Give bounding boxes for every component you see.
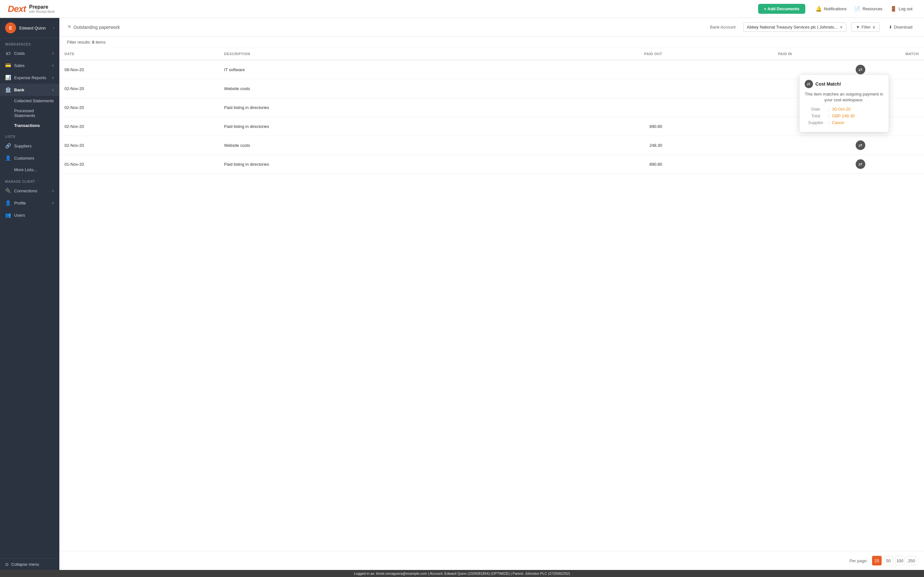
sidebar-item-label-costs: Costs (14, 51, 48, 56)
row-description: Paid listing in directories (219, 155, 515, 174)
row-paid-in (667, 136, 797, 155)
match-icon-button[interactable]: ⇄ (856, 140, 865, 150)
transactions-table-container: DATE DESCRIPTION PAID OUT PAID IN MATCH … (59, 48, 924, 551)
per-page-100[interactable]: 100 (895, 556, 905, 566)
col-paid-in: PAID IN (667, 48, 797, 60)
per-page-50[interactable]: 50 (884, 556, 893, 566)
row-description: Website costs (219, 79, 515, 98)
col-description: DESCRIPTION (219, 48, 515, 60)
table-row: 02-Nov-20 Website costs 248.30 ⇄ (59, 136, 924, 155)
row-description: IT software (219, 60, 515, 79)
sidebar-item-collected-statements[interactable]: Collected Statements (0, 96, 59, 106)
app-name-area: Prepare with Receipt Bank (29, 4, 55, 13)
logo-area: Dext Prepare with Receipt Bank (8, 4, 55, 14)
document-icon: 📄 (854, 6, 861, 12)
filter-results-suffix: items (95, 40, 105, 45)
status-bar: Logged in as: linnie.romaguera@example.c… (0, 570, 924, 577)
avatar: E (5, 23, 16, 33)
table-row: 02-Nov-20 Paid listing in directories 89… (59, 117, 924, 136)
table-row: 02-Nov-20 Website costs ⇄ (59, 79, 924, 98)
filter-label: Filter (861, 25, 871, 29)
chevron-down-icon-profile: ∨ (52, 201, 54, 205)
col-paid-out: PAID OUT (515, 48, 667, 60)
popup-row-supplier: Supplier : Canon (804, 120, 884, 125)
resources-link[interactable]: 📄 Resources (850, 4, 886, 14)
notifications-link[interactable]: 🔔 Notifications (812, 4, 851, 14)
filter-button[interactable]: ▼ Filter ∨ (851, 23, 880, 32)
popup-match-icon: ⇄ (804, 80, 813, 88)
outstanding-text: Outstanding paperwork (73, 25, 120, 30)
app-body: E Edward Quinn › WORKSPACES 🏷 Costs ∨ 💳 … (0, 18, 924, 570)
row-paid-out: 248.30 (515, 136, 667, 155)
add-documents-button[interactable]: + Add Documents (758, 4, 805, 14)
popup-header: ⇄ Cost Match! (804, 80, 884, 88)
col-date: DATE (59, 48, 219, 60)
logout-link[interactable]: 🚪 Log out (887, 4, 916, 14)
table-row: 08-Nov-20 IT software ⇄ ⇄ (59, 60, 924, 79)
match-icon-button[interactable]: ⇄ (856, 159, 865, 169)
sidebar-item-sales[interactable]: 💳 Sales ∨ (0, 59, 59, 71)
collected-statements-label: Collected Statements (14, 98, 54, 103)
sidebar-user[interactable]: E Edward Quinn › (0, 18, 59, 38)
customers-icon: 👤 (5, 155, 11, 161)
match-icon-button[interactable]: ⇄ (856, 65, 865, 74)
processed-statements-label: Processed Statements (14, 108, 54, 118)
per-page-250[interactable]: 250 (907, 556, 916, 566)
row-match: ⇄ (797, 136, 924, 155)
workspaces-section-label: WORKSPACES (0, 38, 59, 47)
popup-total-value: GBP 248.30 (832, 113, 855, 118)
chevron-down-icon-sales: ∨ (52, 63, 54, 68)
sidebar-item-connections[interactable]: 🔌 Connections ∨ (0, 185, 59, 197)
popup-date-value: 30-Oct-20 (832, 107, 851, 111)
row-paid-out (515, 60, 667, 79)
collapse-menu-button[interactable]: ⊙ Collapse menu (0, 558, 59, 570)
chevron-up-icon-bank: ∧ (52, 88, 54, 92)
logout-icon: 🚪 (890, 6, 897, 12)
sidebar-item-users[interactable]: 👥 Users (0, 209, 59, 221)
sidebar: E Edward Quinn › WORKSPACES 🏷 Costs ∨ 💳 … (0, 18, 59, 570)
cost-match-popup: ⇄ Cost Match! This item matches an outgo… (799, 74, 889, 132)
lists-section-label: LISTS (0, 131, 59, 140)
flag-icon: ⚑ (67, 24, 71, 30)
filter-chevron-icon: ∨ (872, 25, 876, 29)
sidebar-item-suppliers[interactable]: 🔗 Suppliers (0, 140, 59, 152)
sidebar-item-costs[interactable]: 🏷 Costs ∨ (0, 47, 59, 59)
filter-results-bar: Filter results: 6 items (59, 37, 924, 48)
chevron-down-icon: ∨ (52, 51, 54, 55)
sidebar-item-expense-reports[interactable]: 📊 Expense Reports ∨ (0, 71, 59, 84)
chevron-right-icon: › (53, 26, 54, 30)
more-lists-label: More Lists... (5, 167, 54, 172)
sidebar-item-label-profile: Profile (14, 201, 48, 205)
sidebar-item-transactions[interactable]: Transactions (0, 121, 59, 131)
bank-account-select[interactable]: Abbey National Treasury Services plc | J… (743, 23, 846, 32)
sidebar-item-label-bank: Bank (14, 87, 48, 92)
sidebar-item-label-connections: Connections (14, 189, 48, 193)
sidebar-item-profile[interactable]: 👤 Profile ∨ (0, 197, 59, 209)
filter-results-prefix: Filter results: (67, 40, 91, 45)
app-sub: with Receipt Bank (29, 10, 55, 13)
sidebar-item-label-customers: Customers (14, 156, 54, 161)
col-match: MATCH (797, 48, 924, 60)
app-name: Prepare (29, 4, 55, 10)
popup-row-total: Total : GBP 248.30 (804, 113, 884, 118)
sidebar-item-bank[interactable]: 🏦 Bank ∧ (0, 84, 59, 96)
transactions-table: DATE DESCRIPTION PAID OUT PAID IN MATCH … (59, 48, 924, 174)
per-page-25[interactable]: 25 (872, 556, 882, 566)
sidebar-item-processed-statements[interactable]: Processed Statements (0, 106, 59, 121)
row-paid-in (667, 117, 797, 136)
tooltip-wrapper: ⇄ ⇄ Cost Match! This item matches an out… (803, 65, 919, 74)
row-date: 08-Nov-20 (59, 60, 219, 79)
collapse-label: Collapse menu (11, 562, 39, 567)
pagination-bar: Per page: 25 50 100 250 (59, 551, 924, 570)
row-date: 02-Nov-20 (59, 98, 219, 117)
popup-total-label: Total (804, 113, 827, 118)
sidebar-item-customers[interactable]: 👤 Customers (0, 152, 59, 164)
suppliers-icon: 🔗 (5, 143, 11, 149)
row-paid-out (515, 98, 667, 117)
logout-label: Log out (899, 6, 913, 11)
row-paid-in (667, 60, 797, 79)
row-date: 02-Nov-20 (59, 136, 219, 155)
sidebar-item-more-lists[interactable]: More Lists... (0, 164, 59, 175)
download-button[interactable]: ⬇ Download (885, 23, 916, 31)
chevron-down-icon-connections: ∨ (52, 189, 54, 193)
